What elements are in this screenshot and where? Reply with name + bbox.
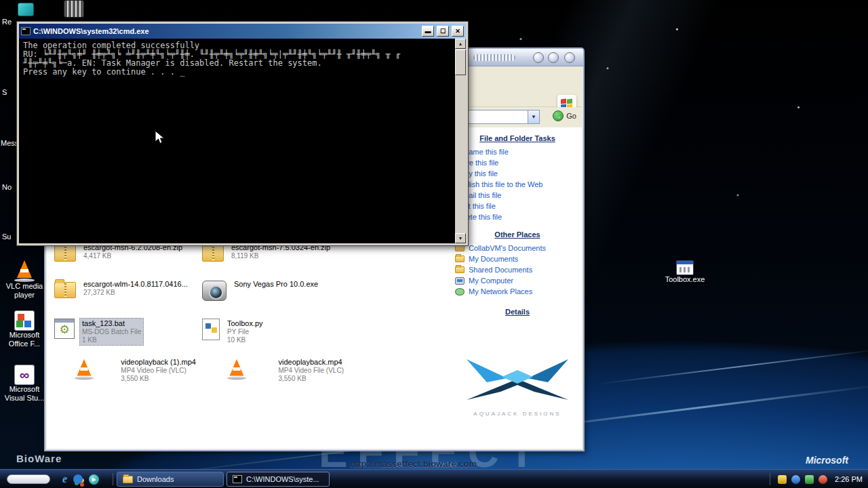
aquajack-x-logo (460, 352, 575, 407)
file-item-selected[interactable]: ⚙ task_123.bat MS-DOS Batch File 1 KB (54, 319, 198, 354)
details-header[interactable]: Details (451, 308, 582, 316)
other-place-my-network-places[interactable]: My Network Places (451, 286, 582, 297)
cmd-window: C:\WINDOWS\system32\cmd.exe ▬ ☐ ✕ The op… (17, 22, 468, 245)
vlc-cone-icon (226, 359, 248, 380)
file-type: MP4 Video File (VLC) (278, 367, 344, 375)
tray-alert-icon[interactable] (818, 475, 827, 484)
close-button[interactable] (564, 52, 575, 63)
python-file-icon (202, 319, 220, 340)
office-icon (14, 310, 35, 331)
task-link-copy[interactable]: Copy this file (455, 168, 582, 179)
go-label: Go (566, 112, 576, 120)
task-pane: File and Folder Tasks Rename this file M… (451, 127, 582, 449)
desktop-icon-label-partial[interactable]: S (2, 88, 7, 96)
file-name: task_123.bat (82, 319, 141, 328)
tray-shield-icon[interactable] (778, 475, 787, 484)
desktop-icon-toolbox[interactable]: Toolbox.exe (660, 260, 709, 284)
maximize-button[interactable]: ☐ (437, 26, 449, 37)
task-link-print[interactable]: Print this file (455, 201, 582, 211)
toolbox-app-icon (676, 260, 694, 275)
desktop-icon-label-partial[interactable]: Mess (1, 139, 18, 147)
file-item[interactable]: Sony Vegas Pro 10.0.exe (202, 279, 346, 314)
file-item[interactable]: escargot-msn-6.2.0208-en.zip 4,417 KB (54, 243, 198, 278)
other-places-header: Other Places (451, 230, 582, 239)
file-item[interactable]: escargot-msn-7.5.0324-en.zip 8,119 KB (202, 243, 346, 278)
file-tasks-header: File and Folder Tasks (451, 134, 582, 142)
wallpaper-bioware-text: BioWare (16, 453, 62, 464)
gear-icon: ⚙ (59, 323, 69, 336)
desktop-icon-visual-studio[interactable]: ∞ Microsoft Visual Stu... (0, 365, 49, 403)
zip-file-icon (54, 245, 76, 262)
video-camera-icon (202, 281, 226, 301)
desktop-icon-label-partial[interactable]: No (2, 183, 12, 191)
start-button[interactable] (7, 474, 50, 484)
vlc-cone-icon (73, 359, 95, 380)
file-type: MP4 Video File (VLC) (121, 367, 196, 375)
cmd-icon (233, 475, 242, 483)
file-type: MS-DOS Batch File (82, 328, 141, 336)
file-item[interactable]: videoplayback.mp4 MP4 Video File (VLC) 3… (202, 357, 346, 392)
task-link-rename[interactable]: Rename this file (455, 146, 582, 157)
scroll-up-icon[interactable]: ▲ (455, 39, 466, 49)
taskbar-button-downloads[interactable]: Downloads (117, 472, 224, 487)
file-item[interactable]: Toolbox.py PY File 10 KB (202, 319, 346, 354)
scroll-down-icon[interactable]: ▼ (455, 233, 466, 243)
scrollbar[interactable]: ▲ ▼ (455, 39, 466, 243)
teal-app-icon[interactable] (18, 3, 34, 16)
wallpaper-url-text: http://masseffect.bioware.com (350, 459, 477, 469)
tray-network-icon[interactable] (791, 475, 800, 484)
internet-explorer-icon[interactable]: e (62, 472, 67, 486)
file-item[interactable]: videoplayback (1).mp4 MP4 Video File (VL… (54, 357, 198, 392)
other-place-my-documents[interactable]: My Documents (451, 253, 582, 264)
file-size: 1 KB (82, 336, 141, 344)
other-place-my-computer[interactable]: My Computer (451, 275, 582, 286)
task-link-move[interactable]: Move this file (455, 157, 582, 168)
titlebar-grip (473, 54, 515, 61)
computer-icon (455, 277, 465, 285)
folder-icon (455, 266, 465, 273)
wallpaper-microsoft-text: Microsoft (806, 455, 848, 466)
quick-launch: e ▶ (62, 472, 99, 486)
folder-icon (455, 245, 465, 251)
go-button[interactable]: → Go (553, 110, 576, 121)
file-item[interactable]: escargot-wlm-14.0.8117.0416... 27,372 KB (54, 279, 198, 314)
maximize-button[interactable] (548, 52, 559, 63)
desktop-icon-label-partial[interactable]: Re (2, 18, 12, 26)
desktop-icon-office[interactable]: Microsoft Office F... (0, 310, 49, 348)
file-name: Sony Vegas Pro 10.0.exe (234, 280, 318, 289)
file-type: PY File (227, 328, 263, 336)
folder-icon (123, 476, 133, 483)
chevron-down-icon[interactable]: ▼ (528, 110, 539, 123)
scrollbar-thumb[interactable] (455, 49, 466, 75)
desktop-icon-label: VLC media player (0, 282, 49, 300)
task-link-email[interactable]: E-mail this file (455, 190, 582, 201)
task-link-publish[interactable]: Publish this file to the Web (455, 179, 582, 190)
desktop-icon-vlc[interactable]: VLC media player (0, 260, 49, 300)
file-name: Toolbox.py (227, 319, 263, 328)
console-output[interactable]: The operation completed successfully RU:… (19, 39, 466, 243)
desktop-icon-label-partial[interactable]: Su (2, 232, 11, 241)
zip-file-icon (202, 245, 224, 262)
minimize-button[interactable] (533, 52, 544, 63)
network-icon (455, 288, 465, 296)
system-tray: 2:26 PM (770, 470, 868, 488)
file-size: 8,119 KB (231, 252, 330, 260)
file-size: 27,372 KB (83, 289, 188, 297)
movie-maker-icon[interactable] (64, 0, 84, 18)
other-place-collabvm-documents[interactable]: CollabVM's Documents (451, 243, 582, 253)
task-link-delete[interactable]: Delete this file (455, 211, 582, 222)
vlc-cone-icon (13, 260, 36, 282)
file-tasks-list: Rename this file Move this file Copy thi… (451, 146, 582, 222)
close-button[interactable]: ✕ (452, 26, 464, 37)
minimize-button[interactable]: ▬ (422, 26, 434, 37)
media-player-icon[interactable]: ▶ (89, 474, 99, 485)
aquajack-caption: AQUAJACK DESIGNS (451, 411, 582, 417)
msn-icon[interactable] (73, 474, 83, 484)
cmd-titlebar[interactable]: C:\WINDOWS\system32\cmd.exe ▬ ☐ ✕ (19, 24, 466, 39)
taskbar-button-cmd[interactable]: C:\WINDOWS\syste... (226, 472, 330, 487)
batch-file-icon: ⚙ (54, 319, 75, 339)
tray-app-icon[interactable] (805, 475, 814, 484)
other-place-shared-documents[interactable]: Shared Documents (451, 264, 582, 275)
desktop-icon-label: Microsoft Office F... (0, 331, 49, 348)
console-line: The operation completed successfully (19, 39, 466, 50)
